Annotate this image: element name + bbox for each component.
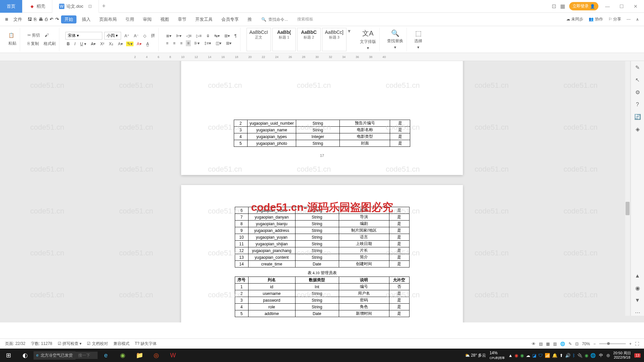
read-view-icon[interactable]: ▤ — [539, 342, 543, 346]
login-button[interactable]: 立即登录👤 — [569, 2, 598, 10]
help-icon[interactable]: ? — [636, 102, 639, 108]
style-h1[interactable]: AaBb(标题 1 — [272, 28, 296, 51]
tray-icon[interactable]: 📶 — [545, 353, 550, 358]
taskbar-weather[interactable]: e北方冷空气已发货 — [34, 351, 75, 360]
word-count[interactable]: 字数: 11278 — [31, 341, 52, 347]
edit-icon[interactable]: ✎ — [569, 342, 572, 346]
styles-gallery[interactable]: AaBbCcI正文 AaBb(标题 1 AaBbC标题 2 AaBbCc]标题 … — [245, 28, 353, 51]
font-select[interactable]: 宋体 ▾ — [65, 32, 102, 40]
undo-icon[interactable]: ↶ — [50, 17, 53, 22]
style-h3[interactable]: AaBbCc]标题 3 — [322, 28, 346, 51]
fullscreen-icon[interactable]: ⛶ — [635, 342, 639, 346]
highlight-button[interactable]: ✎▾ — [126, 42, 133, 46]
close-button[interactable]: ✕ — [631, 4, 641, 9]
show-marks[interactable]: ¶ — [233, 33, 238, 39]
style-normal[interactable]: AaBbCcI正文 — [247, 28, 271, 51]
redo-icon[interactable]: ↷ — [55, 17, 59, 22]
menu-more[interactable]: 推 — [244, 15, 255, 23]
scrollbar[interactable] — [625, 61, 630, 316]
nav-page-icon[interactable]: ◉ — [635, 285, 640, 291]
wps-icon[interactable]: W — [165, 349, 181, 362]
tray-icon[interactable]: ◎ — [606, 353, 610, 358]
select-button[interactable]: ⬚选择▾ — [413, 28, 424, 50]
line-spacing[interactable]: ‡≡▾ — [203, 40, 212, 46]
sync-status[interactable]: ☁ 未同步 — [566, 16, 583, 22]
search-input[interactable] — [268, 17, 295, 22]
command-search[interactable]: 🔍搜索模板 — [261, 16, 313, 22]
diamond-icon[interactable]: ◈ — [636, 126, 640, 132]
tray-icon[interactable]: ☁ — [526, 353, 530, 358]
subscript[interactable]: X₂ — [108, 41, 115, 47]
more-icon[interactable]: ⋯ — [627, 17, 631, 22]
menu-vip[interactable]: 会员专享 — [218, 15, 242, 23]
print-icon[interactable]: 🖶 — [39, 17, 43, 22]
bold-button[interactable]: B — [65, 41, 71, 47]
weather-widget[interactable]: ⛅ 28° 多云 — [465, 353, 486, 358]
edge-icon[interactable]: e — [98, 349, 114, 362]
font-color[interactable]: A▾ — [136, 41, 143, 47]
strike-button[interactable]: A̶▾ — [90, 41, 97, 47]
tray-icon[interactable]: ▲ — [508, 353, 513, 358]
menu-insert[interactable]: 插入 — [78, 15, 94, 23]
case-button[interactable]: A▾ — [117, 41, 124, 47]
explorer-icon[interactable]: 📁 — [131, 349, 148, 362]
tray-icon[interactable]: 🛡 — [538, 353, 543, 358]
superscript[interactable]: X² — [99, 41, 106, 47]
style-h2[interactable]: AaBbC标题 2 — [297, 28, 321, 51]
slider-icon[interactable]: ⚙ — [635, 89, 640, 96]
borders[interactable]: ⊞▾ — [225, 40, 233, 46]
web-view-icon[interactable]: 🌐 — [560, 342, 565, 346]
zoom-in[interactable]: + — [629, 342, 632, 346]
snap[interactable]: ⊞▾ — [223, 33, 231, 39]
brush-large[interactable]: 🖌 — [43, 32, 50, 38]
grow-font[interactable]: A⁺ — [123, 33, 130, 39]
pin-icon[interactable]: ⊡ — [88, 4, 92, 9]
eye-icon[interactable]: 👁 — [532, 342, 536, 346]
maximize-button[interactable]: ☐ — [616, 4, 627, 9]
page-indicator[interactable]: 页面: 22/32 — [5, 341, 25, 347]
taskbar-search-input[interactable] — [78, 353, 95, 358]
browser-icon[interactable]: ◉ — [114, 349, 131, 362]
menu-ref[interactable]: 引用 — [122, 15, 138, 23]
underline-button[interactable]: U▾ — [79, 41, 88, 47]
find-replace[interactable]: 🔍查找替换▾ — [386, 28, 405, 50]
grid-icon[interactable]: ⊡ — [552, 3, 556, 9]
menu-layout[interactable]: 页面布局 — [96, 15, 120, 23]
distribute[interactable]: ⊪▾ — [193, 40, 201, 46]
format-brush[interactable]: 格式刷 — [42, 40, 57, 47]
collab-button[interactable]: 👥 协作 — [589, 16, 603, 22]
indent[interactable]: ▷≡ — [195, 33, 203, 39]
fit-icon[interactable]: ⊡ — [575, 342, 579, 346]
preview-icon[interactable]: ⎙ — [45, 17, 48, 22]
proof-button[interactable]: ☑ 文档校对 — [87, 341, 108, 347]
cortana-icon[interactable]: ◐ — [17, 349, 34, 362]
align-right[interactable]: ≡ — [179, 40, 184, 46]
scroll-thumb[interactable] — [626, 202, 630, 215]
clear-format[interactable]: ◇ — [142, 33, 148, 39]
export-icon[interactable]: ⎘ — [34, 17, 37, 22]
zoom-value[interactable]: 70% — [582, 342, 590, 346]
styles-more[interactable]: ▾ — [348, 28, 351, 51]
tray-icon[interactable]: ◉ — [515, 353, 518, 358]
align-justify[interactable]: ≡ — [186, 40, 191, 46]
menu-chapter[interactable]: 章节 — [174, 15, 190, 23]
nav-down-icon[interactable]: ▼ — [635, 297, 640, 303]
tab-home[interactable]: 首页 — [0, 0, 22, 13]
pinyin[interactable]: 拼 — [150, 32, 156, 39]
app-icon[interactable]: ◎ — [148, 349, 165, 362]
paste-label[interactable]: 粘贴 — [7, 40, 18, 47]
tray-icon[interactable]: ◉ — [520, 353, 524, 358]
cursor-icon[interactable]: ↖ — [635, 77, 640, 83]
save-icon[interactable]: 🖫 — [28, 17, 32, 22]
menu-icon[interactable]: ≡ — [5, 16, 8, 22]
nav-up-icon[interactable]: ▲ — [635, 273, 640, 279]
tray-icon[interactable]: 🔊 — [565, 353, 571, 358]
convert-icon[interactable]: 🔄 — [634, 114, 641, 120]
tray-icon[interactable]: ◉ — [585, 353, 588, 358]
menu-review[interactable]: 审阅 — [140, 15, 155, 23]
apps-icon[interactable]: ▦ — [560, 3, 565, 9]
zoom-out[interactable]: − — [593, 342, 596, 346]
tray-icon[interactable]: 🔔 — [552, 353, 557, 358]
align-center[interactable]: ≡ — [172, 40, 177, 46]
outline-view-icon[interactable]: ▥ — [553, 342, 557, 346]
